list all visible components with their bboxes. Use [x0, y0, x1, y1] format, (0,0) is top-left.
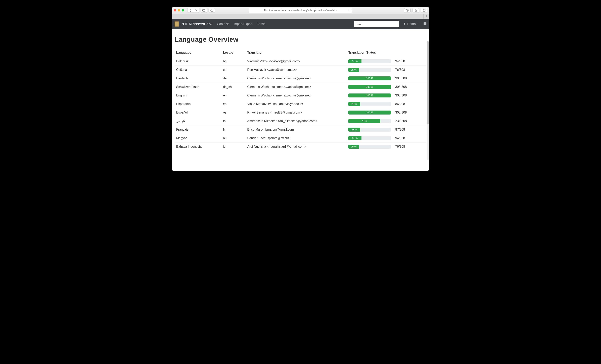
progress-fill: 31 %	[348, 136, 361, 140]
cell-locale: de	[221, 74, 246, 83]
brand-icon	[175, 21, 179, 27]
zoom-window-button[interactable]	[182, 9, 184, 11]
cell-translator: Clemens Wacha <clemens.wacha@gmx.net>	[246, 74, 347, 83]
progress-fill: 28 %	[348, 102, 360, 106]
back-button[interactable]: ❮	[188, 8, 193, 12]
progress-bar: 100 %	[348, 110, 391, 115]
nav-admin[interactable]: Admin	[256, 22, 265, 26]
forward-button[interactable]: ❯	[193, 8, 199, 12]
cell-translator: Clemens Wacha <clemens.wacha@gmx.net>	[246, 91, 347, 100]
progress-ratio: 94/308	[395, 59, 411, 63]
cell-locale: fr	[221, 125, 246, 134]
progress-bar: 100 %	[348, 85, 391, 89]
tabs-overview-button[interactable]	[421, 8, 427, 13]
table-row: EspañolesRhael Sananes <rhael79@gmail.co…	[175, 108, 426, 117]
progress-fill: 28 %	[348, 128, 360, 132]
svg-rect-8	[424, 22, 426, 23]
cell-translator: Clemens Wacha <clemens.wacha@gmx.net>	[246, 83, 347, 91]
col-language: Language	[175, 49, 221, 57]
progress-fill: 75 %	[348, 119, 380, 123]
icloud-tab-button[interactable]	[209, 8, 215, 13]
cell-status: 75 %231/308	[347, 117, 426, 125]
cell-locale: es	[221, 108, 246, 117]
minimize-window-button[interactable]	[178, 9, 180, 11]
sidebar-icon	[202, 9, 205, 11]
progress-bar: 31 %	[348, 136, 391, 140]
viewport: Language Overview Language Locale Transl…	[172, 29, 429, 171]
table-row: DeutschdeClemens Wacha <clemens.wacha@gm…	[175, 74, 426, 83]
scrollbar-thumb[interactable]	[427, 41, 429, 124]
nav-import-export[interactable]: Import/Export	[233, 22, 252, 26]
cell-locale: eo	[221, 100, 246, 108]
progress-ratio: 308/308	[395, 77, 411, 80]
progress-fill: 100 %	[348, 85, 391, 89]
progress-ratio: 94/308	[395, 136, 411, 140]
address-bar[interactable]: Nicht sicher — demo.iaddressbook.org/ind…	[249, 8, 352, 13]
cell-translator: Ardi Nugraha <nugraha.ardi@gmail.com>	[246, 143, 347, 151]
progress-fill: 100 %	[348, 76, 391, 80]
progress-bar: 75 %	[348, 119, 391, 123]
tabs-icon	[423, 9, 425, 11]
progress-ratio: 308/308	[395, 111, 411, 114]
progress-bar: 100 %	[348, 93, 391, 98]
cell-language: Deutsch	[175, 74, 221, 83]
brand[interactable]: PHP iAddressBook	[175, 21, 212, 27]
cell-translator: Amirhosein Nikookar <ah_nikookar@yahoo.c…	[246, 117, 347, 125]
progress-fill: 25 %	[348, 145, 359, 149]
cell-status: 100 %308/308	[347, 83, 426, 91]
list-view-button[interactable]	[423, 22, 426, 26]
cell-translator: Rhael Sananes <rhael79@gmail.com>	[246, 108, 347, 117]
progress-ratio: 76/308	[395, 68, 411, 72]
cell-status: 31 %94/308	[347, 57, 426, 66]
cell-language: English	[175, 91, 221, 100]
progress-ratio: 76/308	[395, 145, 411, 148]
cell-status: 100 %308/308	[347, 91, 426, 100]
chevron-down-icon: ▼	[417, 23, 419, 25]
progress-bar: 28 %	[348, 102, 391, 106]
cell-language: Français	[175, 125, 221, 134]
tab-strip: +	[172, 14, 429, 19]
cell-locale: cs	[221, 66, 246, 74]
user-icon	[403, 23, 406, 25]
close-window-button[interactable]	[174, 9, 176, 11]
cell-translator: Sándor Pécsi <psinfo@fw.hu>	[246, 134, 347, 143]
share-button[interactable]	[412, 8, 419, 13]
nav-arrows: ❮ ❯	[187, 8, 199, 13]
search-input[interactable]	[354, 21, 399, 27]
table-row: فارسیfaAmirhosein Nikookar <ah_nikookar@…	[175, 117, 426, 125]
table-row: Bahasa IndonesiaidArdi Nugraha <nugraha.…	[175, 143, 426, 151]
svg-rect-12	[424, 24, 426, 25]
reload-button[interactable]: ↻	[348, 9, 351, 12]
progress-bar: 25 %	[348, 68, 391, 72]
cell-locale: hu	[221, 134, 246, 143]
nav-contacts[interactable]: Contacts	[217, 22, 229, 26]
cell-translator: Vladimir Vitkov <vvitkov@gmail.com>	[246, 57, 347, 66]
brand-label: PHP iAddressBook	[180, 22, 212, 26]
new-tab-button[interactable]: +	[423, 14, 429, 19]
cell-language: Esperanto	[175, 100, 221, 108]
app-navbar: PHP iAddressBook Contacts Import/Export …	[172, 19, 429, 29]
cell-language: Bahasa Indonesia	[175, 143, 221, 151]
progress-ratio: 86/308	[395, 102, 411, 106]
cell-translator: Petr Václavík <vaclo@centrum.cz>	[246, 66, 347, 74]
address-bar-text: Nicht sicher — demo.iaddressbook.org/ind…	[264, 9, 337, 12]
sidebar-toggle-button[interactable]	[200, 8, 207, 13]
table-row: EsperantoeoVinko Markov <vinkomarkov@yah…	[175, 100, 426, 108]
table-row: ČeštinacsPetr Václavík <vaclo@centrum.cz…	[175, 66, 426, 74]
cell-status: 100 %308/308	[347, 108, 426, 117]
downloads-button[interactable]	[404, 8, 411, 13]
share-icon	[414, 9, 417, 12]
svg-rect-11	[423, 24, 423, 25]
svg-rect-7	[423, 22, 423, 23]
scrollbar[interactable]	[427, 41, 429, 160]
user-menu[interactable]: Demo ▼	[403, 22, 419, 26]
progress-bar: 100 %	[348, 76, 391, 80]
cell-translator: Vinko Markov <vinkomarkov@yahoo.fr>	[246, 100, 347, 108]
cell-language: Magyar	[175, 134, 221, 143]
progress-fill: 100 %	[348, 110, 391, 115]
cell-language: Español	[175, 108, 221, 117]
progress-bar: 31 %	[348, 59, 391, 63]
table-row: Schwiizerdütschde_chClemens Wacha <cleme…	[175, 83, 426, 91]
table-row: BălgarskibgVladimir Vitkov <vvitkov@gmai…	[175, 57, 426, 66]
cloud-icon	[210, 9, 213, 11]
